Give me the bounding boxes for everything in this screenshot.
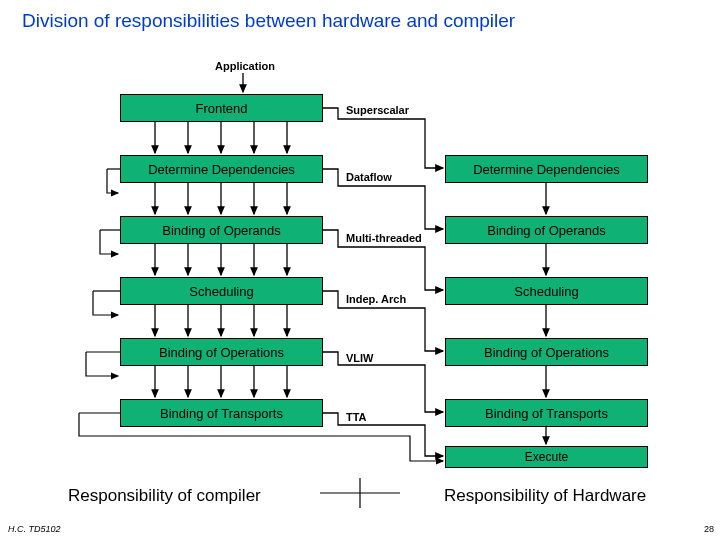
arch-dataflow: Dataflow xyxy=(346,171,392,183)
page-title: Division of responsibilities between har… xyxy=(22,10,515,32)
box-frontend: Frontend xyxy=(120,94,323,122)
box-left-transports: Binding of Transports xyxy=(120,399,323,427)
footer-compiler: Responsibility of compiler xyxy=(68,486,261,506)
box-right-operations: Binding of Operations xyxy=(445,338,648,366)
credit: H.C. TD5102 xyxy=(8,524,61,534)
arch-vliw: VLIW xyxy=(346,352,374,364)
box-left-deps: Determine Dependencies xyxy=(120,155,323,183)
box-right-transports: Binding of Transports xyxy=(445,399,648,427)
arch-tta: TTA xyxy=(346,411,367,423)
box-left-operations: Binding of Operations xyxy=(120,338,323,366)
arch-superscalar: Superscalar xyxy=(346,104,409,116)
box-right-scheduling: Scheduling xyxy=(445,277,648,305)
arch-multithreaded: Multi-threaded xyxy=(346,232,422,244)
box-left-operands: Binding of Operands xyxy=(120,216,323,244)
footer-hardware: Responsibility of Hardware xyxy=(444,486,646,506)
box-right-deps: Determine Dependencies xyxy=(445,155,648,183)
arch-indep: Indep. Arch xyxy=(346,293,406,305)
box-right-operands: Binding of Operands xyxy=(445,216,648,244)
page-number: 28 xyxy=(704,524,714,534)
box-left-scheduling: Scheduling xyxy=(120,277,323,305)
application-label: Application xyxy=(215,60,275,72)
box-execute: Execute xyxy=(445,446,648,468)
